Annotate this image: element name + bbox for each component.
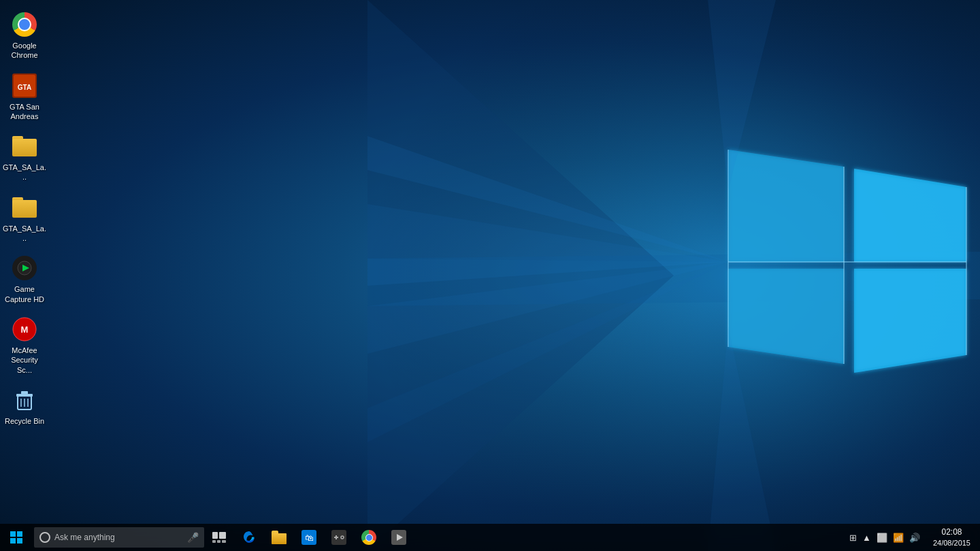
svg-marker-16: [708, 0, 776, 190]
recycle-bin-label: Recycle Bin: [5, 416, 44, 426]
svg-rect-0: [368, 0, 980, 551]
tray-network-icon[interactable]: ⊞: [847, 531, 859, 544]
icon-game-capture[interactable]: GameCapture HD: [0, 250, 49, 308]
taskbar-media[interactable]: [384, 524, 414, 551]
clock[interactable]: 02:08 24/08/2015: [926, 527, 977, 548]
mcafee-label: McAfeeSecurity Sc...: [3, 346, 46, 375]
folder2-icon: [11, 194, 38, 221]
clock-time: 02:08: [941, 527, 962, 538]
taskbar: Ask me anything 🎤: [0, 524, 980, 551]
system-tray: ⊞ ▲ ⬜ 📶 🔊 02:08 24/08/2015: [843, 524, 980, 551]
task-view-button[interactable]: [204, 524, 234, 551]
chrome-label: GoogleChrome: [11, 41, 37, 61]
svg-rect-38: [217, 540, 220, 543]
icon-google-chrome[interactable]: GoogleChrome: [0, 7, 49, 65]
svg-marker-3: [728, 150, 844, 262]
chrome-icon: [11, 11, 38, 38]
gamecapture-label: GameCapture HD: [5, 284, 44, 304]
svg-marker-2: [368, 252, 980, 306]
svg-marker-5: [728, 269, 844, 364]
svg-marker-14: [368, 262, 728, 354]
mcafee-icon: M: [11, 316, 38, 343]
tray-network-wifi-icon[interactable]: 📶: [891, 531, 906, 544]
svg-marker-13: [368, 258, 728, 286]
start-button[interactable]: [0, 524, 33, 551]
media-icon: [391, 529, 407, 546]
gamecapture-icon: [11, 254, 38, 282]
svg-text:M: M: [21, 324, 29, 335]
desktop: GoogleChrome GTA GTA SanAndreas GTA_SA_L…: [0, 0, 980, 551]
game-icon: [331, 529, 347, 546]
store-icon: 🛍: [301, 529, 317, 546]
taskbar-chrome[interactable]: [354, 524, 384, 551]
tray-battery-icon[interactable]: ⬜: [875, 531, 889, 544]
icon-mcafee[interactable]: M McAfeeSecurity Sc...: [0, 312, 49, 379]
gta-icon: GTA: [11, 72, 38, 99]
chrome-taskbar-icon: [361, 529, 377, 546]
svg-marker-17: [708, 327, 776, 551]
svg-rect-37: [212, 540, 216, 543]
recycle-bin-icon: [11, 386, 38, 414]
svg-marker-4: [854, 169, 966, 262]
svg-marker-12: [368, 204, 728, 262]
search-placeholder: Ask me anything: [54, 533, 183, 542]
svg-marker-6: [854, 269, 966, 373]
folder1-label: GTA_SA_La...: [3, 163, 46, 182]
folder1-icon: [11, 133, 38, 160]
folder2-label: GTA_SA_La...: [3, 224, 46, 244]
explorer-icon: [271, 529, 287, 546]
svg-marker-11: [368, 136, 728, 262]
taskbar-game[interactable]: [324, 524, 354, 551]
svg-marker-15: [368, 262, 728, 442]
gta-label: GTA SanAndreas: [10, 102, 39, 122]
svg-text:🛍: 🛍: [305, 533, 314, 543]
taskbar-store[interactable]: 🛍: [294, 524, 324, 551]
clock-date: 24/08/2015: [933, 538, 970, 548]
svg-rect-36: [219, 532, 226, 539]
svg-rect-44: [336, 535, 337, 539]
svg-rect-35: [212, 532, 218, 539]
tray-volume-icon[interactable]: 🔊: [907, 531, 922, 544]
pinned-apps: 🛍: [234, 524, 414, 551]
taskbar-edge[interactable]: [234, 524, 264, 551]
desktop-icons: GoogleChrome GTA GTA SanAndreas GTA_SA_L…: [0, 0, 49, 437]
svg-rect-27: [21, 391, 28, 395]
icon-gta-sa-folder1[interactable]: GTA_SA_La...: [0, 129, 49, 186]
taskbar-explorer[interactable]: [264, 524, 294, 551]
svg-rect-34: [17, 538, 22, 544]
icon-gta-san-andreas[interactable]: GTA GTA SanAndreas: [0, 68, 49, 126]
cortana-icon: [39, 532, 50, 543]
svg-marker-1: [368, 0, 674, 551]
microphone-icon: 🎤: [187, 532, 199, 543]
tray-icons: ⊞ ▲ ⬜ 📶 🔊: [843, 531, 926, 544]
svg-text:GTA: GTA: [18, 84, 31, 91]
svg-rect-31: [10, 531, 16, 537]
icon-recycle-bin[interactable]: Recycle Bin: [0, 382, 49, 430]
icon-gta-sa-folder2[interactable]: GTA_SA_La...: [0, 190, 49, 248]
tray-arrow-icon[interactable]: ▲: [860, 531, 873, 544]
edge-icon: [241, 529, 257, 546]
search-bar[interactable]: Ask me anything 🎤: [34, 527, 204, 548]
svg-rect-39: [222, 540, 226, 543]
svg-rect-32: [17, 531, 22, 537]
svg-rect-33: [10, 538, 16, 544]
